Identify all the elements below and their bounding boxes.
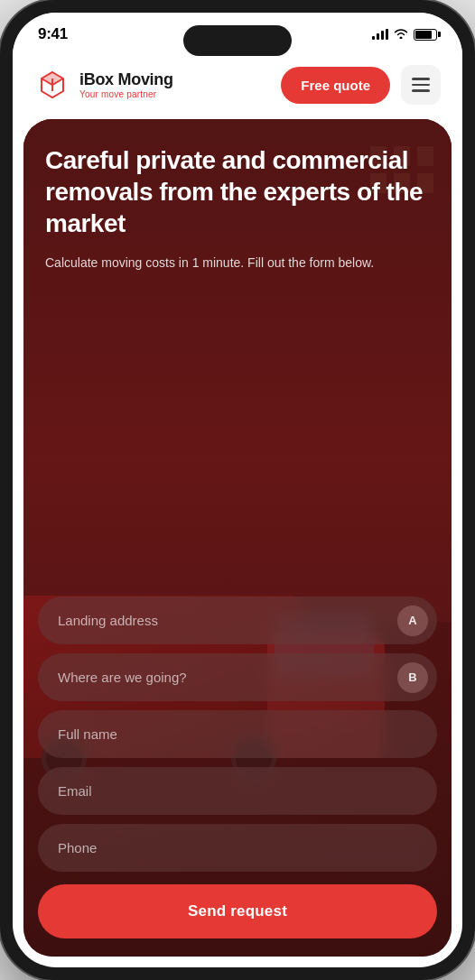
hero-section: Careful private and commercial removals … [23, 119, 452, 957]
menu-icon [412, 89, 430, 92]
full-name-wrapper [38, 710, 437, 758]
status-icons [372, 28, 437, 42]
phone-frame: 9:41 [0, 0, 475, 980]
email-input[interactable] [38, 767, 437, 815]
wifi-icon [394, 28, 408, 42]
landing-address-wrapper: A [38, 596, 437, 644]
header: iBox Moving Your move partner Free quote [13, 51, 462, 119]
menu-icon [412, 78, 430, 80]
menu-icon [412, 84, 430, 87]
status-time: 9:41 [38, 25, 68, 43]
free-quote-button[interactable]: Free quote [281, 67, 390, 104]
hero-content: Careful private and commercial removals … [23, 119, 452, 596]
email-wrapper [38, 767, 437, 815]
submit-button[interactable]: Send request [38, 884, 437, 938]
header-actions: Free quote [281, 65, 441, 105]
logo-subtitle: Your move partner [79, 89, 173, 99]
landing-address-input[interactable] [38, 596, 437, 644]
dynamic-island [183, 25, 292, 56]
phone-screen: 9:41 [13, 13, 462, 967]
logo-icon [34, 67, 70, 103]
hero-title: Careful private and commercial removals … [45, 144, 430, 239]
destination-input[interactable] [38, 653, 437, 701]
destination-badge: B [397, 662, 428, 693]
signal-icon [372, 29, 388, 40]
logo: iBox Moving Your move partner [34, 67, 173, 103]
menu-button[interactable] [401, 65, 441, 105]
phone-wrapper [38, 824, 437, 872]
landing-address-badge: A [397, 606, 428, 636]
phone-input[interactable] [38, 824, 437, 872]
destination-wrapper: B [38, 653, 437, 701]
logo-title: iBox Moving [79, 70, 173, 90]
logo-text: iBox Moving Your move partner [79, 70, 173, 100]
contact-form: A B Send request [23, 596, 452, 957]
hero-subtitle: Calculate moving costs in 1 minute. Fill… [45, 254, 430, 273]
full-name-input[interactable] [38, 710, 437, 758]
battery-icon [414, 29, 437, 41]
